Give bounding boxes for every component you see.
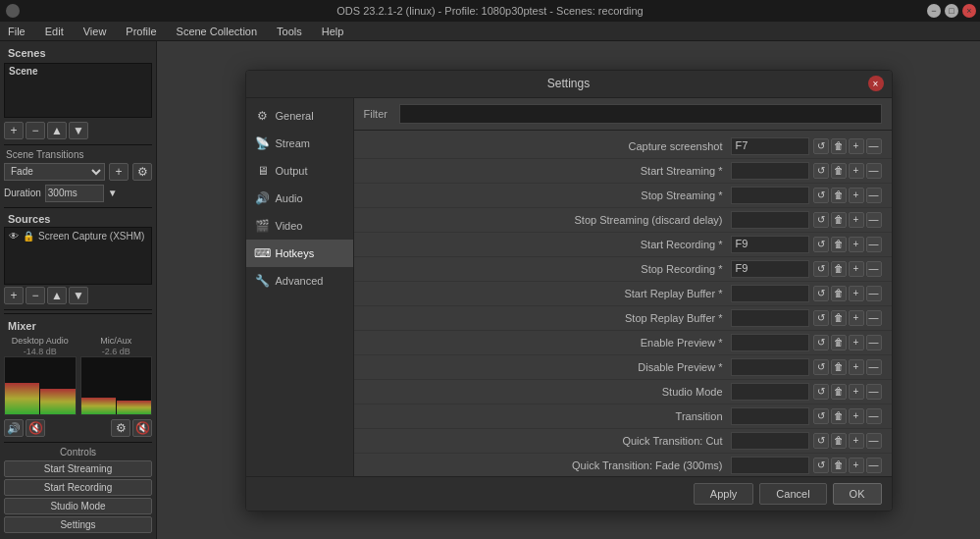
nav-item-stream[interactable]: 📡 Stream <box>246 130 353 157</box>
hotkey-add-enable-preview[interactable]: + <box>849 335 864 350</box>
hotkey-more-transition[interactable]: — <box>866 408 882 424</box>
dialog-close-button[interactable]: × <box>868 76 884 91</box>
hotkey-value-start-recording[interactable]: F9 <box>731 236 809 253</box>
hotkey-reset-disable-preview[interactable]: ↺ <box>813 359 829 375</box>
hotkey-more-studio-mode[interactable]: — <box>866 384 882 400</box>
hotkey-more-stop-streaming[interactable]: — <box>866 188 882 203</box>
hotkey-more-quick-fade[interactable]: — <box>866 458 882 473</box>
hotkey-delete-stop-replay[interactable]: 🗑 <box>831 310 847 326</box>
hotkey-reset-stop-streaming[interactable]: ↺ <box>813 188 829 203</box>
hotkey-more-start-recording[interactable]: — <box>866 237 882 252</box>
hotkey-add-studio-mode[interactable]: + <box>849 384 864 400</box>
hotkey-more-start-replay[interactable]: — <box>866 286 882 301</box>
remove-scene-button[interactable]: − <box>26 122 45 139</box>
menu-help[interactable]: Help <box>318 26 348 37</box>
nav-item-video[interactable]: 🎬 Video <box>246 212 353 240</box>
hotkey-more-quick-cut[interactable]: — <box>866 433 882 449</box>
hotkey-reset-start-recording[interactable]: ↺ <box>813 237 829 252</box>
move-scene-up-button[interactable]: ▲ <box>47 122 67 139</box>
hotkey-add-start-streaming[interactable]: + <box>849 163 864 179</box>
hotkey-add-transition[interactable]: + <box>849 408 864 424</box>
transition-select[interactable]: Fade Cut <box>4 163 105 181</box>
hotkey-reset-stop-streaming-discard[interactable]: ↺ <box>813 212 829 228</box>
move-source-up-button[interactable]: ▲ <box>47 287 67 304</box>
hotkey-value-stop-replay[interactable] <box>731 309 809 327</box>
nav-item-output[interactable]: 🖥 Output <box>246 157 353 185</box>
duration-dropdown-icon[interactable]: ▼ <box>108 188 118 198</box>
add-scene-button[interactable]: + <box>4 122 24 139</box>
hotkey-add-start-recording[interactable]: + <box>849 237 864 252</box>
hotkey-value-quick-fade[interactable] <box>731 457 809 474</box>
studio-mode-button[interactable]: Studio Mode <box>4 498 152 514</box>
hotkey-reset-enable-preview[interactable]: ↺ <box>813 335 829 350</box>
hotkey-value-disable-preview[interactable] <box>731 358 809 376</box>
hotkey-reset-quick-fade[interactable]: ↺ <box>813 458 829 473</box>
cancel-button[interactable]: Cancel <box>759 483 826 505</box>
hotkey-value-capture-screenshot[interactable]: F7 <box>731 137 809 155</box>
hotkey-delete-studio-mode[interactable]: 🗑 <box>831 384 847 400</box>
hotkey-delete-transition[interactable]: 🗑 <box>831 408 847 424</box>
hotkey-value-stop-streaming-discard[interactable] <box>731 211 809 229</box>
nav-item-audio[interactable]: 🔊 Audio <box>246 185 353 212</box>
menu-profile[interactable]: Profile <box>122 26 160 37</box>
hotkey-delete-quick-fade[interactable]: 🗑 <box>831 458 847 473</box>
apply-button[interactable]: Apply <box>694 483 754 505</box>
hotkey-delete-start-streaming[interactable]: 🗑 <box>831 163 847 179</box>
nav-item-advanced[interactable]: 🔧 Advanced <box>246 267 353 295</box>
start-streaming-button[interactable]: Start Streaming <box>4 460 152 477</box>
source-item[interactable]: 👁 🔒 Screen Capture (XSHM) <box>7 230 149 243</box>
add-source-button[interactable]: + <box>4 287 24 304</box>
hotkey-delete-stop-recording[interactable]: 🗑 <box>831 261 847 277</box>
hotkey-delete-start-recording[interactable]: 🗑 <box>831 237 847 252</box>
menu-file[interactable]: File <box>4 26 29 37</box>
hotkey-add-quick-fade[interactable]: + <box>849 458 864 473</box>
maximize-button[interactable]: □ <box>945 4 958 18</box>
hotkey-reset-stop-recording[interactable]: ↺ <box>813 261 829 277</box>
hotkey-value-studio-mode[interactable] <box>731 383 809 401</box>
hotkey-value-enable-preview[interactable] <box>731 334 809 351</box>
nav-item-general[interactable]: ⚙ General <box>246 102 353 130</box>
remove-source-button[interactable]: − <box>26 287 45 304</box>
window-controls[interactable]: − □ × <box>927 0 976 22</box>
hotkey-more-disable-preview[interactable]: — <box>866 359 882 375</box>
hotkey-more-capture-screenshot[interactable]: — <box>866 138 882 154</box>
hotkey-more-start-streaming[interactable]: — <box>866 163 882 179</box>
hotkey-add-disable-preview[interactable]: + <box>849 359 864 375</box>
move-source-down-button[interactable]: ▼ <box>69 287 88 304</box>
hotkey-add-stop-streaming[interactable]: + <box>849 188 864 203</box>
hotkey-delete-disable-preview[interactable]: 🗑 <box>831 359 847 375</box>
hotkey-reset-quick-cut[interactable]: ↺ <box>813 433 829 449</box>
mixer-settings-button[interactable]: ⚙ <box>111 419 130 437</box>
hotkey-value-stop-streaming[interactable] <box>731 187 809 204</box>
hotkey-more-stop-replay[interactable]: — <box>866 310 882 326</box>
hotkey-reset-stop-replay[interactable]: ↺ <box>813 310 829 326</box>
hotkey-delete-stop-streaming-discard[interactable]: 🗑 <box>831 212 847 228</box>
menu-view[interactable]: View <box>79 26 111 37</box>
scene-item[interactable]: Scene <box>5 64 151 79</box>
source-visibility-icon[interactable]: 👁 <box>9 231 19 242</box>
close-button[interactable]: × <box>962 4 976 18</box>
nav-item-hotkeys[interactable]: ⌨ Hotkeys <box>246 240 353 267</box>
menu-edit[interactable]: Edit <box>41 26 68 37</box>
duration-input[interactable] <box>45 185 104 202</box>
hotkey-reset-studio-mode[interactable]: ↺ <box>813 384 829 400</box>
hotkey-add-start-replay[interactable]: + <box>849 286 864 301</box>
menu-scene-collection[interactable]: Scene Collection <box>173 26 262 37</box>
hotkey-value-stop-recording[interactable]: F9 <box>731 260 809 278</box>
hotkey-add-stop-streaming-discard[interactable]: + <box>849 212 864 228</box>
move-scene-down-button[interactable]: ▼ <box>69 122 88 139</box>
hotkey-reset-start-streaming[interactable]: ↺ <box>813 163 829 179</box>
mixer-mute-button[interactable]: 🔇 <box>26 419 45 437</box>
hotkey-value-start-replay[interactable] <box>731 285 809 302</box>
hotkey-value-start-streaming[interactable] <box>731 162 809 180</box>
hotkey-add-stop-replay[interactable]: + <box>849 310 864 326</box>
hotkey-delete-stop-streaming[interactable]: 🗑 <box>831 188 847 203</box>
transition-settings-button[interactable]: ⚙ <box>132 163 152 181</box>
hotkey-reset-capture-screenshot[interactable]: ↺ <box>813 138 829 154</box>
hotkey-delete-quick-cut[interactable]: 🗑 <box>831 433 847 449</box>
hotkey-delete-start-replay[interactable]: 🗑 <box>831 286 847 301</box>
hotkey-more-stop-streaming-discard[interactable]: — <box>866 212 882 228</box>
hotkey-delete-capture-screenshot[interactable]: 🗑 <box>831 138 847 154</box>
settings-button[interactable]: Settings <box>4 516 152 533</box>
hotkey-delete-enable-preview[interactable]: 🗑 <box>831 335 847 350</box>
